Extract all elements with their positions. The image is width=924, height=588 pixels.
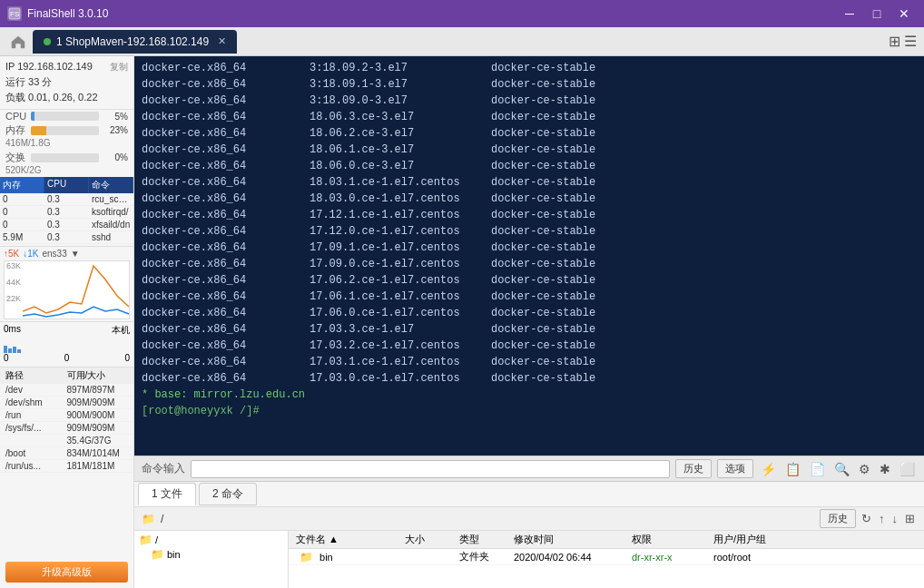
proc-cpu-2: 0.3 bbox=[44, 219, 89, 230]
home-icon[interactable] bbox=[7, 31, 29, 53]
disk-path-1: /dev/shm bbox=[5, 397, 67, 407]
disk-row-3: /sys/fs/... 909M/909M bbox=[0, 422, 133, 435]
mem-percent: 23% bbox=[103, 125, 128, 135]
mem-bar bbox=[31, 126, 46, 135]
tree-bin-folder-icon: 📁 bbox=[151, 548, 164, 561]
file-upload-icon[interactable]: ↑ bbox=[877, 509, 887, 528]
cpu-bar bbox=[31, 112, 34, 121]
file-tree-bin[interactable]: 📁 bin bbox=[136, 547, 286, 562]
terminal-line: docker-ce.x86_6417.03.3.ce-1.el7docker-c… bbox=[142, 321, 917, 338]
tabbar: 1 ShopMaven-192.168.102.149 ✕ ⊞ ☰ bbox=[0, 27, 924, 56]
net-chevron-icon[interactable]: ▼ bbox=[71, 249, 80, 259]
terminal-input-field[interactable] bbox=[191, 460, 670, 478]
tab-files[interactable]: 1 文件 bbox=[138, 483, 196, 505]
fullscreen-icon[interactable]: ⬜ bbox=[898, 460, 917, 478]
net-down-label: ↓1K bbox=[23, 249, 38, 259]
file-history-button[interactable]: 历史 bbox=[820, 509, 856, 528]
file-tree: 📁 / 📁 bin bbox=[134, 531, 289, 588]
main-layout: IP 192.168.102.149 复制 运行 33 分 负载 0.01, 0… bbox=[0, 56, 924, 588]
terminal-output[interactable]: docker-ce.x86_643:18.09.2-3.el7docker-ce… bbox=[134, 56, 924, 456]
file-columns: 📁 / 📁 bin 文件名 ▲ 大小 类型 修改时间 权限 bbox=[134, 531, 924, 588]
terminal-line: docker-ce.x86_6417.06.0.ce-1.el7.centosd… bbox=[142, 305, 917, 321]
runtime-label: 运行 33 分 bbox=[5, 75, 52, 89]
disk-path-6: /run/us... bbox=[5, 461, 67, 471]
minimize-button[interactable]: ─ bbox=[837, 5, 862, 23]
paste-icon[interactable]: 📄 bbox=[808, 460, 827, 478]
settings-icon[interactable]: ⚙ bbox=[857, 460, 872, 478]
file-download-icon[interactable]: ↓ bbox=[890, 509, 900, 528]
file-list: 文件名 ▲ 大小 类型 修改时间 权限 用户/用户组 📁 bin 文件夹 202 bbox=[289, 531, 924, 588]
file-folder-icon-0: 📁 bbox=[296, 551, 317, 564]
ping-chart-area bbox=[4, 337, 130, 353]
file-perm-0: dr-xr-xr-x bbox=[628, 552, 710, 563]
proc-header-cpu[interactable]: CPU bbox=[44, 177, 89, 193]
terminal-prompt-line: [root@honeyyxk /]# bbox=[142, 403, 917, 419]
ping-val-2: 0 bbox=[124, 353, 130, 363]
file-tree-root[interactable]: 📁 / bbox=[136, 533, 286, 547]
file-new-folder-icon[interactable]: ⊞ bbox=[903, 509, 917, 528]
file-name-0: 📁 bin bbox=[292, 551, 401, 564]
minimize-terminal-icon[interactable]: ✱ bbox=[878, 460, 892, 478]
upgrade-button[interactable]: 升级高级版 bbox=[5, 562, 128, 583]
proc-header-mem[interactable]: 内存 bbox=[0, 177, 44, 193]
file-refresh-icon[interactable]: ↻ bbox=[860, 509, 873, 528]
tabbar-left: 1 ShopMaven-192.168.102.149 ✕ bbox=[7, 30, 237, 54]
terminal-line: docker-ce.x86_6418.06.3.ce-3.el7docker-c… bbox=[142, 109, 917, 125]
swap-bar-container bbox=[31, 153, 99, 162]
lightning-icon[interactable]: ⚡ bbox=[759, 460, 778, 478]
disk-row-6: /run/us... 181M/181M bbox=[0, 460, 133, 473]
proc-mem-3: 5.9M bbox=[0, 231, 44, 243]
proc-cmd-1: ksoftirqd/ bbox=[89, 206, 133, 218]
terminal-line: docker-ce.x86_6417.09.1.ce-1.el7.centosd… bbox=[142, 240, 917, 256]
disk-path-4 bbox=[5, 436, 67, 446]
terminal-line: docker-ce.x86_6418.06.1.ce-3.el7docker-c… bbox=[142, 142, 917, 158]
tab-commands[interactable]: 2 命令 bbox=[199, 483, 257, 505]
grid-view-icon[interactable]: ⊞ bbox=[889, 33, 900, 50]
options-button[interactable]: 选项 bbox=[717, 459, 753, 478]
terminal-line: docker-ce.x86_6417.06.2.ce-1.el7.centosd… bbox=[142, 272, 917, 289]
history-button[interactable]: 历史 bbox=[675, 459, 712, 478]
disk-row-2: /run 900M/900M bbox=[0, 409, 133, 422]
session-tab[interactable]: 1 ShopMaven-192.168.102.149 ✕ bbox=[33, 30, 237, 54]
disk-section: 路径 可用/大小 /dev 897M/897M /dev/shm 909M/90… bbox=[0, 365, 133, 475]
process-row-3: 5.9M 0.3 sshd bbox=[0, 231, 133, 244]
tab-close-icon[interactable]: ✕ bbox=[218, 35, 226, 47]
col-type: 类型 bbox=[456, 533, 510, 546]
list-view-icon[interactable]: ☰ bbox=[904, 33, 917, 50]
disk-row-5: /boot 834M/1014M bbox=[0, 447, 133, 460]
net-max-label: 63K bbox=[6, 261, 21, 270]
disk-size-0: 897M/897M bbox=[67, 385, 129, 395]
net-up-label: ↑5K bbox=[4, 249, 19, 259]
mem-label: 内存 bbox=[5, 123, 27, 137]
file-type-0: 文件夹 bbox=[456, 550, 510, 564]
col-filename: 文件名 ▲ bbox=[292, 533, 401, 546]
file-toolbar-right: 历史 ↻ ↑ ↓ ⊞ bbox=[820, 509, 917, 528]
tabbar-right: ⊞ ☰ bbox=[889, 33, 917, 50]
file-user-0: root/root bbox=[710, 552, 801, 563]
sidebar: IP 192.168.102.149 复制 运行 33 分 负载 0.01, 0… bbox=[0, 56, 134, 588]
col-date: 修改时间 bbox=[510, 533, 628, 546]
connection-status-dot bbox=[44, 38, 51, 45]
copy-icon[interactable]: 📋 bbox=[783, 460, 802, 478]
terminal-line: docker-ce.x86_6417.09.0.ce-1.el7.centosd… bbox=[142, 256, 917, 272]
file-list-row-0[interactable]: 📁 bin 文件夹 2020/04/02 06:44 dr-xr-xr-x ro… bbox=[289, 549, 924, 565]
close-button[interactable]: ✕ bbox=[891, 5, 917, 23]
copy-button[interactable]: 复制 bbox=[110, 61, 128, 74]
proc-cpu-3: 0.3 bbox=[44, 231, 89, 243]
proc-cpu-0: 0.3 bbox=[44, 193, 89, 205]
terminal-mirror-line: * base: mirror.lzu.edu.cn bbox=[142, 387, 917, 403]
proc-header-cmd[interactable]: 命令 bbox=[89, 177, 133, 193]
maximize-button[interactable]: □ bbox=[864, 5, 890, 23]
bottom-tabs: 1 文件 2 命令 bbox=[134, 481, 924, 506]
terminal-line: docker-ce.x86_6418.03.1.ce-1.el7.centosd… bbox=[142, 174, 917, 191]
disk-col-path: 路径 bbox=[5, 369, 67, 382]
proc-cmd-3: sshd bbox=[89, 231, 133, 243]
tab-label: 1 ShopMaven-192.168.102.149 bbox=[56, 35, 209, 48]
search-icon[interactable]: 🔍 bbox=[832, 460, 851, 478]
terminal-line: docker-ce.x86_6417.12.1.ce-1.el7.centosd… bbox=[142, 207, 917, 223]
cpu-bar-container bbox=[31, 112, 99, 121]
disk-path-0: /dev bbox=[5, 385, 67, 395]
process-header: 内存 CPU 命令 bbox=[0, 177, 133, 193]
swap-percent: 0% bbox=[103, 152, 128, 162]
process-row-0: 0 0.3 rcu_sched bbox=[0, 193, 133, 206]
